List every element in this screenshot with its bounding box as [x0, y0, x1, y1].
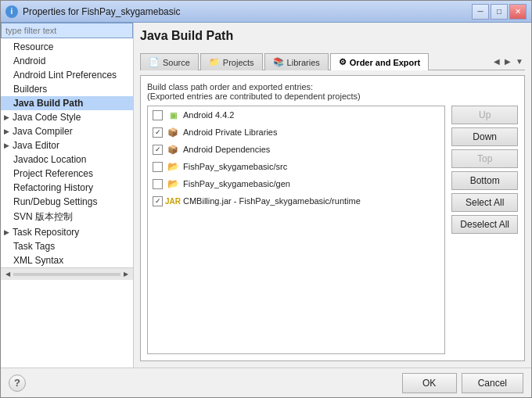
entry-checkbox[interactable] — [153, 110, 163, 120]
scroll-right-icon[interactable]: ▶ — [122, 271, 130, 278]
properties-window: i Properties for FishPay_skygamebasic ─ … — [0, 0, 532, 398]
sidebar-item-label: Java Code Style — [13, 112, 81, 123]
up-button[interactable]: Up — [451, 106, 518, 124]
minimize-button[interactable]: ─ — [472, 4, 489, 20]
list-item[interactable]: 📂 FishPay_skygamebasic/gen — [148, 175, 444, 192]
sidebar-item-javadoc[interactable]: Javadoc Location — [1, 152, 133, 167]
sidebar-item-svn[interactable]: SVN 版本控制 — [1, 209, 133, 225]
sidebar-item-builders[interactable]: Builders — [1, 82, 133, 96]
sidebar-item-java-editor[interactable]: ▶ Java Editor — [1, 138, 133, 152]
sidebar-item-label: Java Compiler — [13, 126, 73, 137]
sidebar-item-label: Android — [13, 56, 45, 66]
maximize-button[interactable]: □ — [491, 4, 508, 20]
sidebar-item-label: Java Build Path — [13, 98, 83, 109]
tab-source[interactable]: 📄 Source — [140, 53, 199, 70]
nav-dropdown-button[interactable]: ▼ — [514, 56, 525, 67]
sidebar-item-label: XML Syntax — [13, 255, 63, 266]
tab-label: Source — [163, 58, 190, 67]
sidebar-item-run-debug[interactable]: Run/Debug Settings — [1, 195, 133, 209]
bottom-button[interactable]: Bottom — [451, 171, 518, 190]
tabs-row: 📄 Source 📁 Projects 📚 Libraries ⚙ Order … — [140, 52, 525, 70]
page-title: Java Build Path — [140, 29, 525, 46]
tab-libraries[interactable]: 📚 Libraries — [264, 53, 329, 70]
sidebar-item-android[interactable]: Android — [1, 54, 133, 68]
android-icon: ▣ — [167, 109, 179, 121]
sidebar-item-label: Project References — [13, 168, 93, 179]
expand-arrow-icon: ▶ — [4, 113, 9, 121]
libraries-tab-icon: 📚 — [273, 57, 284, 67]
tab-label: Libraries — [287, 58, 320, 67]
desc-line2: (Exported entries are contributed to dep… — [147, 91, 518, 101]
footer: ? OK Cancel — [1, 368, 531, 397]
sidebar-item-java-code-style[interactable]: ▶ Java Code Style — [1, 110, 133, 124]
source-tab-icon: 📄 — [149, 57, 160, 67]
list-item[interactable]: ✓ JAR CMBilling.jar - FishPay_skygamebas… — [148, 192, 444, 210]
sidebar-item-xml-syntax[interactable]: XML Syntax — [1, 253, 133, 267]
expand-arrow-icon: ▶ — [4, 142, 9, 149]
ok-button[interactable]: OK — [402, 373, 457, 393]
expand-arrow-icon: ▶ — [4, 228, 9, 236]
tab-projects[interactable]: 📁 Projects — [200, 53, 263, 70]
top-button[interactable]: Top — [451, 149, 518, 168]
sidebar-item-label: Android Lint Preferences — [13, 70, 117, 81]
order-export-panel: Build class path order and exported entr… — [140, 75, 525, 361]
folder-icon: 📂 — [167, 160, 179, 173]
deselect-all-button[interactable]: Deselect All — [451, 215, 518, 234]
sidebar-item-label: SVN 版本控制 — [13, 210, 73, 224]
tab-label: Projects — [223, 58, 254, 67]
sidebar-item-android-lint[interactable]: Android Lint Preferences — [1, 68, 133, 82]
sidebar-filter-input[interactable] — [1, 23, 133, 38]
nav-forward-button[interactable]: ▶ — [503, 56, 512, 67]
nav-back-button[interactable]: ◀ — [492, 56, 501, 67]
sidebar-item-label: Task Repository — [13, 227, 79, 238]
entry-label: CMBilling.jar - FishPay_skygamebasic/run… — [183, 196, 361, 206]
sidebar: Resource Android Android Lint Preference… — [1, 23, 134, 368]
tab-order-export[interactable]: ⚙ Order and Export — [330, 53, 429, 70]
entry-checkbox[interactable]: ✓ — [153, 196, 163, 206]
select-all-button[interactable]: Select All — [451, 193, 518, 212]
entry-checkbox[interactable] — [153, 162, 163, 172]
list-item[interactable]: ✓ 📦 Android Dependencies — [148, 141, 444, 158]
sidebar-item-task-tags[interactable]: Task Tags — [1, 239, 133, 253]
sidebar-item-label: Java Editor — [13, 140, 59, 151]
sidebar-item-label: Task Tags — [13, 241, 55, 252]
sidebar-item-resource[interactable]: Resource — [1, 40, 133, 54]
desc-line1: Build class path order and exported entr… — [147, 82, 518, 91]
action-buttons: Up Down Top Bottom Select All Deselect A… — [451, 106, 518, 354]
cancel-button[interactable]: Cancel — [462, 373, 523, 393]
order-tab-icon: ⚙ — [339, 57, 347, 67]
folder-icon: 📂 — [167, 177, 179, 190]
window-icon: i — [5, 5, 18, 18]
panel-body: ▣ Android 4.4.2 ✓ 📦 Android Private Libr… — [147, 106, 518, 354]
entry-checkbox[interactable] — [153, 179, 163, 189]
sidebar-item-java-build-path[interactable]: Java Build Path — [1, 96, 133, 110]
lib-icon: 📦 — [167, 126, 179, 138]
titlebar: i Properties for FishPay_skygamebasic ─ … — [1, 1, 531, 23]
expand-arrow-icon: ▶ — [4, 127, 9, 135]
list-item[interactable]: ▣ Android 4.4.2 — [148, 106, 444, 124]
panel-description: Build class path order and exported entr… — [147, 82, 518, 101]
sidebar-item-java-compiler[interactable]: ▶ Java Compiler — [1, 124, 133, 138]
sidebar-scrollbar: ◀ ▶ — [1, 267, 133, 280]
close-button[interactable]: ✕ — [509, 4, 527, 20]
entry-label: FishPay_skygamebasic/src — [183, 162, 287, 171]
entry-label: Android 4.4.2 — [183, 110, 234, 120]
sidebar-item-task-repo[interactable]: ▶ Task Repository — [1, 225, 133, 239]
entry-label: Android Private Libraries — [183, 127, 277, 137]
main-panel: Java Build Path 📄 Source 📁 Projects 📚 Li… — [134, 23, 531, 368]
sidebar-item-project-refs[interactable]: Project References — [1, 167, 133, 181]
help-button[interactable]: ? — [9, 375, 26, 392]
down-button[interactable]: Down — [451, 127, 518, 146]
content-area: Resource Android Android Lint Preference… — [1, 23, 531, 368]
scroll-left-icon[interactable]: ◀ — [4, 271, 12, 278]
entry-checkbox[interactable]: ✓ — [153, 127, 163, 138]
sidebar-item-label: Javadoc Location — [13, 154, 86, 165]
sidebar-item-label: Refactoring History — [13, 182, 93, 193]
entry-label: FishPay_skygamebasic/gen — [183, 179, 290, 188]
list-item[interactable]: ✓ 📦 Android Private Libraries — [148, 124, 444, 141]
list-item[interactable]: 📂 FishPay_skygamebasic/src — [148, 158, 444, 175]
window-title: Properties for FishPay_skygamebasic — [23, 6, 472, 17]
projects-tab-icon: 📁 — [209, 57, 220, 67]
entry-checkbox[interactable]: ✓ — [153, 145, 163, 155]
sidebar-item-refactoring[interactable]: Refactoring History — [1, 181, 133, 195]
